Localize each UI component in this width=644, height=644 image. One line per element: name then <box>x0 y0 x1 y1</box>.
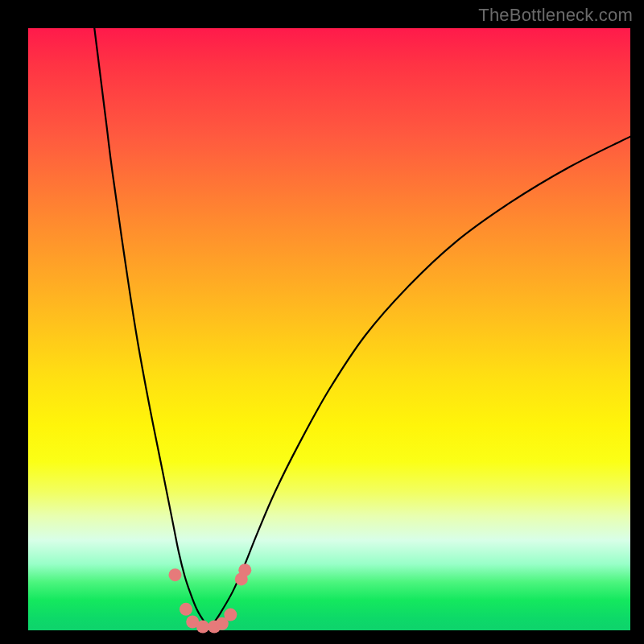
data-dots <box>169 564 252 633</box>
curve-svg <box>28 28 630 630</box>
plot-area <box>28 28 630 630</box>
watermark-text: TheBottleneck.com <box>478 5 633 26</box>
right-curve <box>208 137 630 627</box>
data-dot <box>169 568 182 581</box>
data-dot <box>196 621 209 634</box>
data-dot <box>238 564 251 576</box>
chart-frame: TheBottleneck.com <box>0 0 644 644</box>
left-curve <box>94 28 208 627</box>
data-dot <box>224 609 237 621</box>
data-dot <box>180 603 192 616</box>
